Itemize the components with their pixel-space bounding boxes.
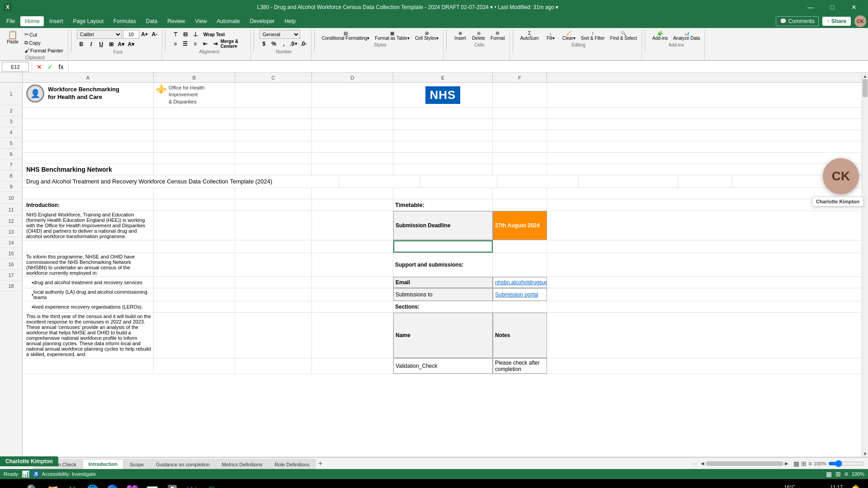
cell-f8[interactable]: [678, 175, 732, 188]
vertical-scrollbar[interactable]: ▲ ▼: [862, 73, 868, 457]
page-break-status[interactable]: ≡: [844, 470, 848, 478]
cell-d7[interactable]: [312, 164, 393, 175]
number-format-select[interactable]: General: [259, 30, 300, 39]
sort-filter-button[interactable]: ↕ Sort & Filter: [579, 30, 607, 42]
cell-e16[interactable]: Sections:: [393, 301, 493, 312]
user-avatar[interactable]: CK: [823, 158, 859, 194]
cell-e4[interactable]: [393, 130, 493, 141]
cut-button[interactable]: ✂Cut: [23, 31, 65, 38]
row-num-18[interactable]: 18: [0, 281, 22, 291]
cell-d18[interactable]: [312, 358, 393, 374]
insert-button[interactable]: ⊕ Insert: [452, 30, 468, 42]
cell-c1[interactable]: [235, 83, 312, 107]
menu-item-data[interactable]: Data: [142, 16, 162, 26]
cell-c16[interactable]: [235, 301, 312, 312]
cell-b17[interactable]: [154, 313, 235, 358]
menu-item-automate[interactable]: Automate: [212, 16, 244, 26]
cell-d11[interactable]: [312, 211, 393, 240]
cell-a18[interactable]: [23, 358, 154, 374]
cell-a16[interactable]: • lived experience recovery organisation…: [23, 301, 154, 312]
cell-b3[interactable]: [154, 119, 235, 130]
notifications-icon[interactable]: 🔔: [846, 481, 864, 488]
cell-d6[interactable]: [312, 153, 393, 164]
comments-button[interactable]: 💬 Comments: [776, 16, 819, 26]
cell-f12[interactable]: [493, 240, 547, 253]
col-header-e[interactable]: E: [393, 73, 493, 82]
row-num-8[interactable]: 8: [0, 170, 22, 181]
cell-b6[interactable]: [154, 153, 235, 164]
font-size-decrease-button[interactable]: A-: [150, 30, 159, 39]
page-layout-status[interactable]: ⊞: [835, 470, 841, 478]
clear-button[interactable]: 🧹 Clear▾: [561, 30, 577, 42]
scroll-track[interactable]: [862, 79, 868, 450]
add-ins-button[interactable]: 🧩 Add-ins: [651, 30, 670, 42]
row-num-4[interactable]: 4: [0, 127, 22, 138]
confirm-formula-button[interactable]: ✓: [46, 62, 55, 71]
indent-decrease-button[interactable]: ⇤: [201, 39, 210, 48]
cell-d13[interactable]: [312, 253, 393, 277]
cell-f6[interactable]: [493, 153, 547, 164]
cell-d5[interactable]: [312, 141, 393, 152]
cell-e7[interactable]: [393, 164, 493, 175]
cell-d4[interactable]: [312, 130, 393, 141]
cell-a17[interactable]: This is the third year of the census and…: [23, 313, 154, 358]
cell-b11[interactable]: [154, 211, 235, 240]
scroll-left-button[interactable]: ◀: [699, 460, 706, 467]
cell-e6[interactable]: [393, 153, 493, 164]
share-button[interactable]: ↑ Share: [822, 17, 851, 26]
cell-a10[interactable]: Introduction:: [23, 199, 154, 211]
cell-b7[interactable]: [154, 164, 235, 175]
maximize-button[interactable]: □: [822, 0, 843, 14]
cell-d9[interactable]: [312, 188, 393, 199]
row-num-13[interactable]: 13: [0, 226, 22, 237]
font-color-button[interactable]: A▾: [127, 40, 136, 49]
row-num-2[interactable]: 2: [0, 105, 22, 116]
menu-item-view[interactable]: View: [191, 16, 212, 26]
row-num-11[interactable]: 11: [0, 204, 22, 216]
cell-c15[interactable]: [235, 288, 312, 301]
row-num-10[interactable]: 10: [0, 192, 22, 204]
cell-d17[interactable]: [312, 313, 393, 358]
row-num-7[interactable]: 7: [0, 160, 22, 170]
cell-a11[interactable]: NHS England Workforce, Training and Educ…: [23, 211, 154, 240]
insert-function-button[interactable]: fx: [57, 62, 66, 71]
cell-f3[interactable]: [493, 119, 547, 130]
sheet-tab-metrics-definitions[interactable]: Metrics Definitions: [216, 459, 269, 469]
zoom-slider[interactable]: [828, 461, 864, 466]
menu-item-formulas[interactable]: Formulas: [109, 16, 141, 26]
cell-b14[interactable]: [154, 277, 235, 288]
italic-button[interactable]: I: [87, 40, 96, 49]
cell-b1[interactable]: ⚜️ Office for Health Improvement & Dispa…: [154, 83, 235, 107]
align-top-button[interactable]: ⊤: [171, 30, 180, 39]
font-name-select[interactable]: Calibri: [77, 30, 122, 39]
currency-button[interactable]: $: [259, 39, 269, 48]
cell-d2[interactable]: [312, 108, 393, 118]
cell-c7[interactable]: [235, 164, 312, 175]
conditional-formatting-button[interactable]: ▤ Conditional Formatting▾: [320, 30, 372, 42]
format-painter-button[interactable]: 🖌Format Painter: [23, 47, 65, 54]
cell-c5[interactable]: [235, 141, 312, 152]
cell-d16[interactable]: [312, 301, 393, 312]
row-num-14[interactable]: 14: [0, 237, 22, 248]
col-header-c[interactable]: C: [235, 73, 312, 82]
cell-b2[interactable]: [154, 108, 235, 118]
bold-button[interactable]: B: [77, 40, 86, 49]
scroll-down-button[interactable]: ▼: [862, 450, 868, 457]
cell-f15[interactable]: Submission portal: [493, 288, 547, 301]
h-scrollbar[interactable]: ◀ ▶: [699, 460, 790, 467]
format-as-table-button[interactable]: ▦ Format as Table▾: [373, 30, 411, 42]
cell-a12[interactable]: [23, 240, 154, 253]
outlook-icon[interactable]: 📧: [143, 481, 161, 488]
cancel-formula-button[interactable]: ✕: [35, 62, 44, 71]
cell-c10[interactable]: [235, 199, 312, 211]
autosum-button[interactable]: Σ AutoSum: [519, 30, 541, 42]
row-num-5[interactable]: 5: [0, 138, 22, 149]
align-center-button[interactable]: ☰: [181, 39, 190, 48]
cell-c11[interactable]: [235, 211, 312, 240]
fill-color-button[interactable]: A▾: [117, 40, 126, 49]
h-scroll-thumb[interactable]: [706, 461, 783, 466]
cell-b10[interactable]: [154, 199, 235, 211]
cell-a5[interactable]: [23, 141, 154, 152]
cell-b18[interactable]: [154, 358, 235, 374]
cell-c17[interactable]: [235, 313, 312, 358]
